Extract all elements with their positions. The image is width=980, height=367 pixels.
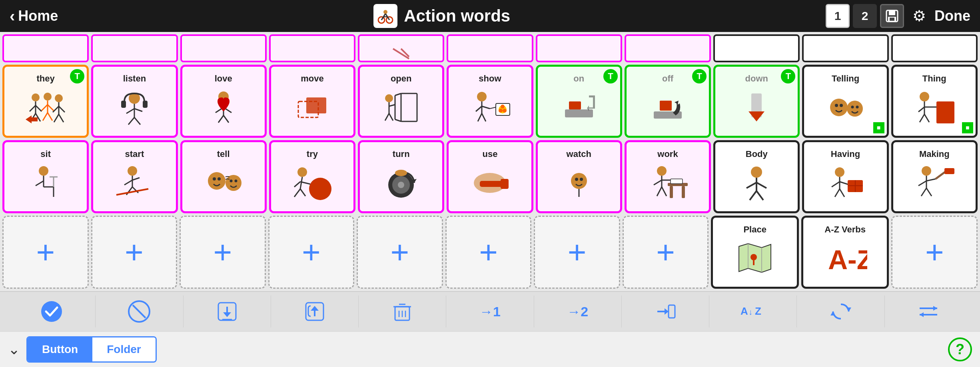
thing-folder-badge: ■ — [962, 122, 973, 133]
row-3: + + + + + + + + — [2, 216, 978, 289]
swap-button[interactable] — [885, 296, 972, 327]
delete-button[interactable] — [359, 296, 446, 327]
cell-place[interactable]: Place — [711, 216, 799, 289]
partial-cell-black[interactable] — [891, 34, 978, 62]
cell-plus-6[interactable]: + — [445, 216, 532, 289]
partial-cell[interactable] — [180, 34, 267, 62]
cell-use[interactable]: use — [447, 140, 533, 213]
page-1-button[interactable]: 1 — [826, 4, 850, 28]
cell-plus-9[interactable]: + — [891, 216, 978, 289]
svg-point-14 — [32, 93, 40, 101]
header-controls: 1 2 ⚙ Done — [826, 4, 970, 28]
cell-plus-8[interactable]: + — [623, 216, 709, 289]
cell-tell[interactable]: tell — [180, 140, 267, 213]
cell-move[interactable]: move — [269, 65, 355, 138]
svg-line-30 — [54, 114, 59, 122]
svg-point-77 — [840, 104, 843, 107]
sort-button[interactable]: A ↓ Z — [709, 296, 797, 327]
svg-point-114 — [309, 178, 331, 200]
cell-plus-2[interactable]: + — [91, 216, 178, 289]
cell-plus-4[interactable]: + — [268, 216, 355, 289]
title-area: Action words — [58, 4, 826, 28]
refresh-button[interactable] — [797, 296, 884, 327]
sit-label: sit — [40, 149, 51, 159]
svg-line-25 — [48, 113, 52, 121]
partial-cell[interactable] — [2, 34, 89, 62]
cell-they[interactable]: they — [2, 65, 89, 138]
cell-thing[interactable]: Thing ■ — [891, 65, 978, 138]
cell-body[interactable]: Body — [713, 140, 800, 213]
cell-love[interactable]: love — [180, 65, 267, 138]
import-button[interactable] — [184, 296, 271, 327]
svg-line-29 — [59, 106, 65, 112]
svg-line-63 — [482, 113, 486, 121]
arrow-1-button[interactable]: →1 — [446, 296, 534, 327]
cell-try[interactable]: try — [269, 140, 355, 213]
check-button[interactable] — [8, 296, 96, 327]
folder-toggle[interactable]: Folder — [92, 337, 156, 361]
partial-cell[interactable] — [625, 34, 711, 62]
cell-turn[interactable]: turn — [358, 140, 444, 213]
settings-icon[interactable]: ⚙ — [907, 4, 931, 28]
cell-start[interactable]: start — [91, 140, 178, 213]
svg-point-57 — [477, 92, 487, 101]
cell-off[interactable]: off T — [625, 65, 711, 138]
partial-cell[interactable] — [536, 34, 622, 62]
svg-line-83 — [918, 107, 924, 112]
page-2-button[interactable]: 2 — [853, 4, 877, 28]
work-label: work — [657, 149, 678, 159]
svg-line-54 — [389, 105, 395, 106]
cell-telling[interactable]: Telling ■ — [802, 65, 888, 138]
plus-icon: + — [479, 236, 498, 268]
button-toggle[interactable]: Button — [28, 337, 92, 361]
cell-sit[interactable]: sit — [2, 140, 89, 213]
copy-button[interactable] — [271, 296, 359, 327]
svg-line-97 — [124, 180, 132, 185]
cell-watch[interactable]: watch — [536, 140, 622, 213]
done-button[interactable]: Done — [934, 8, 970, 24]
cell-az-verbs[interactable]: A-Z Verbs A-Z — [801, 216, 889, 289]
svg-point-106 — [230, 179, 232, 182]
partial-cell[interactable] — [358, 34, 444, 62]
cell-listen[interactable]: listen — [91, 65, 178, 138]
arrow-box-button[interactable] — [622, 296, 709, 327]
cell-plus-7[interactable]: + — [534, 216, 620, 289]
svg-line-139 — [746, 183, 756, 188]
cell-having[interactable]: Having — [802, 140, 888, 213]
svg-marker-185 — [830, 311, 835, 315]
help-button[interactable]: ? — [948, 337, 972, 361]
svg-line-90 — [36, 181, 44, 186]
cell-on[interactable]: on T — [536, 65, 622, 138]
block-button[interactable] — [96, 296, 183, 327]
bottom-bar: ⌄ Button Folder ? — [0, 331, 980, 367]
svg-text:↓: ↓ — [748, 307, 752, 316]
svg-line-86 — [924, 114, 929, 122]
badge-off: T — [692, 69, 707, 83]
cell-down[interactable]: down T — [713, 65, 800, 138]
svg-line-50 — [395, 119, 401, 121]
cell-open[interactable]: open — [358, 65, 444, 138]
partial-cell[interactable] — [91, 34, 178, 62]
partial-cell[interactable] — [269, 34, 355, 62]
back-arrow-icon: ‹ — [10, 7, 15, 25]
save-button[interactable] — [880, 4, 904, 28]
partial-cell[interactable] — [447, 34, 533, 62]
home-button[interactable]: ‹ Home — [10, 7, 58, 25]
svg-point-152 — [922, 166, 931, 176]
arrow-2-button[interactable]: →2 — [534, 296, 622, 327]
cell-work[interactable]: work — [625, 140, 711, 213]
svg-line-36 — [128, 117, 134, 125]
cell-plus-3[interactable]: + — [180, 216, 266, 289]
collapse-button[interactable]: ⌄ — [8, 341, 20, 358]
having-label: Having — [831, 149, 860, 159]
svg-line-85 — [920, 114, 924, 122]
svg-line-44 — [218, 115, 224, 123]
svg-line-24 — [43, 113, 48, 121]
cell-making[interactable]: Making — [891, 140, 978, 213]
partial-cell-black[interactable] — [713, 34, 800, 62]
cell-plus-5[interactable]: + — [357, 216, 443, 289]
cell-plus-1[interactable]: + — [2, 216, 89, 289]
partial-cell-black[interactable] — [802, 34, 888, 62]
cell-show[interactable]: show — [447, 65, 533, 138]
svg-point-76 — [835, 104, 838, 107]
